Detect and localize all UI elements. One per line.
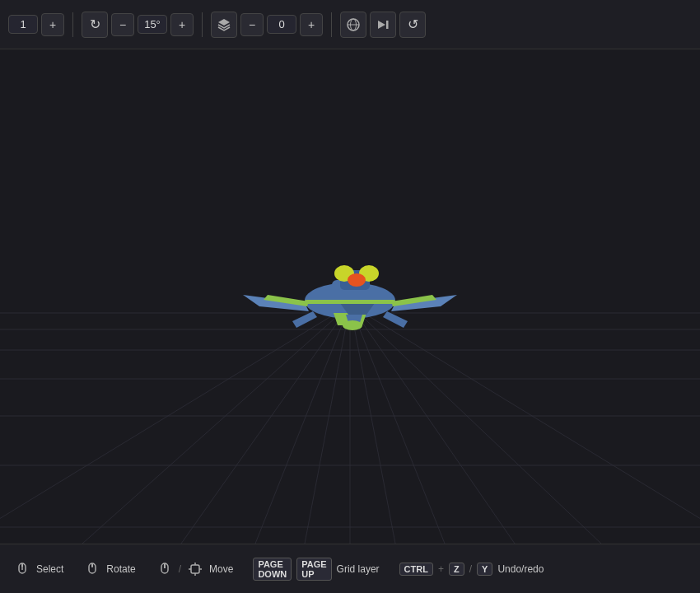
svg-marker-31	[383, 311, 408, 328]
svg-marker-30	[292, 311, 317, 328]
move-label: Move	[209, 563, 233, 575]
svg-rect-46	[91, 563, 93, 567]
mouse-icon-move1	[156, 560, 174, 578]
viewport[interactable]: .grid-line { stroke: #2e2e38; stroke-wid…	[0, 49, 700, 544]
reset-button[interactable]: ↺	[399, 12, 426, 38]
bottombar: Select Rotate /	[0, 544, 700, 593]
svg-point-37	[348, 273, 366, 287]
separator-3	[331, 12, 332, 37]
select-label: Select	[36, 563, 63, 575]
separator-2	[202, 12, 203, 37]
hint-rotate: Rotate	[83, 560, 135, 578]
move-sep: /	[179, 563, 181, 575]
grid-layer-label: Grid layer	[337, 563, 380, 575]
layer-group: 1 +	[8, 13, 64, 36]
refresh-button[interactable]: ↻	[82, 12, 108, 38]
layers-button[interactable]	[211, 12, 237, 38]
hint-move: / Move	[156, 560, 234, 578]
move-icon	[186, 560, 204, 578]
right-icons-group: ↺	[340, 12, 426, 38]
svg-rect-39	[305, 300, 395, 304]
separator-1	[72, 12, 73, 37]
rotation-value: 15°	[138, 15, 167, 34]
undoredo-label: Undo/redo	[497, 563, 544, 575]
layers-inc-button[interactable]: +	[300, 13, 323, 36]
pagedown-key: PAGEDOWN	[253, 558, 292, 581]
pageup-key: PAGEUP	[296, 558, 331, 581]
svg-marker-4	[378, 21, 385, 29]
mouse-icon-rotate	[83, 560, 101, 578]
layers-dec-button[interactable]: −	[240, 13, 264, 36]
rotate-inc-button[interactable]: +	[170, 13, 194, 36]
z-key: Z	[449, 563, 464, 576]
rotate-dec-button[interactable]: −	[111, 13, 134, 36]
y-key: Y	[477, 563, 492, 576]
toolbar: 1 + ↻ − 15° + − 0 +	[0, 0, 700, 49]
hint-select: Select	[13, 560, 63, 578]
hint-grid-layer: PAGEDOWN PAGEUP Grid layer	[253, 558, 379, 581]
rotate-label: Rotate	[106, 563, 135, 575]
rotate-group: ↻ − 15° +	[82, 12, 194, 38]
frame-value: 0	[267, 15, 296, 34]
skip-forward-button[interactable]	[370, 12, 396, 38]
mouse-icon-select	[13, 560, 31, 578]
svg-rect-49	[191, 565, 199, 573]
globe-button[interactable]	[340, 12, 366, 38]
ctrl-key: CTRL	[399, 563, 433, 576]
plus-sep: +	[438, 563, 444, 575]
svg-point-41	[343, 320, 362, 330]
layer-add-button[interactable]: +	[41, 13, 64, 36]
svg-marker-0	[218, 19, 230, 26]
hint-undoredo: CTRL + Z / Y Undo/redo	[399, 563, 544, 576]
layer-value: 1	[8, 15, 38, 34]
svg-rect-5	[386, 21, 389, 29]
slash-sep: /	[469, 563, 472, 575]
layers-group: − 0 +	[211, 12, 323, 38]
3d-model	[218, 206, 482, 371]
